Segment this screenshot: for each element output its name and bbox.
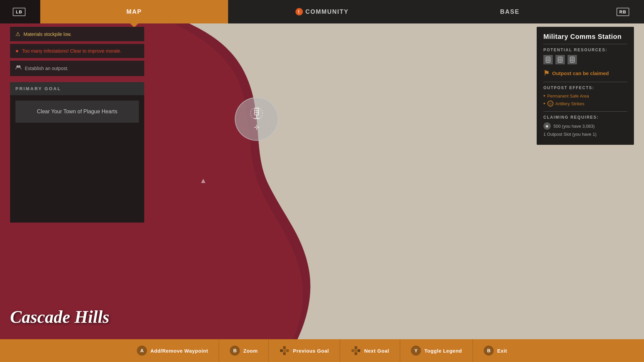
svg-rect-26 <box>355 346 357 349</box>
tab-community[interactable]: ! Community <box>228 0 416 23</box>
dpad-left-icon <box>279 346 289 356</box>
alert-outpost: Establish an outpost. <box>10 61 144 76</box>
goal-card: Clear Your Town of Plague Hearts <box>15 101 139 123</box>
action-zoom[interactable]: B Zoom <box>219 339 269 362</box>
svg-point-8 <box>18 65 20 67</box>
primary-goal-box: Primary Goal Clear Your Town of Plague H… <box>10 82 144 223</box>
panel-title: Military Comms Station <box>543 33 627 41</box>
svg-rect-30 <box>355 349 357 352</box>
outpost-effects-label: Outpost Effects: <box>543 85 627 90</box>
action-waypoint[interactable]: A Add/Remove Waypoint <box>126 339 219 362</box>
require-outpost-slot: 1 Outpost Slot (you have 1) <box>543 132 627 137</box>
svg-rect-27 <box>355 352 357 355</box>
right-panel: Military Comms Station Potential Resourc… <box>537 27 634 145</box>
lb-key: LB <box>13 8 25 16</box>
y-button: Y <box>411 346 421 356</box>
svg-rect-24 <box>286 349 289 352</box>
resource-icon-2 <box>555 55 565 64</box>
rb-key: RB <box>616 8 630 16</box>
panel-divider-3 <box>543 111 627 112</box>
svg-point-7 <box>16 65 18 67</box>
svg-rect-29 <box>358 349 360 352</box>
danger-icon: ● <box>15 48 19 54</box>
effect-safe-area: • Permanent Safe Area <box>543 93 627 99</box>
resource-icon-3 <box>568 55 577 64</box>
b-button-zoom: B <box>230 346 240 356</box>
alert-materials: ⚠ Materials stockpile low. <box>10 27 144 41</box>
a-button: A <box>137 346 147 356</box>
svg-rect-22 <box>283 352 286 355</box>
tower-icon <box>250 107 263 122</box>
player-marker: ▲ <box>200 176 207 185</box>
svg-rect-21 <box>283 346 286 349</box>
top-nav: LB Map ! Community Base RB <box>0 0 644 23</box>
crosshair-icon: ✛ <box>254 123 260 131</box>
lb-button[interactable]: LB <box>0 0 40 23</box>
action-exit[interactable]: B Exit <box>473 339 518 362</box>
effect-artillery: • ⊙ Artillery Strikes <box>543 101 627 107</box>
claim-banner: ⚑ Outpost can be claimed <box>543 69 627 77</box>
bottom-bar: A Add/Remove Waypoint B Zoom Previous Go… <box>0 339 644 362</box>
resource-icon-1 <box>543 55 553 64</box>
flag-icon: ⚑ <box>543 69 549 77</box>
outpost-marker[interactable]: ✛ <box>235 97 278 141</box>
resource-icons <box>543 55 627 64</box>
info-icon <box>15 65 21 72</box>
community-alert-dot: ! <box>296 8 303 15</box>
action-next-goal[interactable]: Next Goal <box>340 339 400 362</box>
rb-button[interactable]: RB <box>604 0 644 23</box>
outpost-effects-list: • Permanent Safe Area • ⊙ Artillery Stri… <box>543 93 627 107</box>
svg-rect-23 <box>280 349 283 352</box>
primary-goal-header: Primary Goal <box>10 82 144 95</box>
claiming-requires-label: Claiming Requires: <box>543 115 627 120</box>
potential-resources-label: Potential Resources: <box>543 48 627 52</box>
warn-icon: ⚠ <box>15 31 20 37</box>
action-prev-goal[interactable]: Previous Goal <box>269 339 340 362</box>
primary-goal-content: Clear Your Town of Plague Hearts <box>10 95 144 223</box>
star-icon: ★ <box>543 122 551 130</box>
tab-map[interactable]: Map <box>40 0 228 23</box>
dpad-right-icon <box>351 346 361 356</box>
b-button-exit: B <box>484 346 494 356</box>
panel-divider-2 <box>543 82 627 82</box>
require-influence: ★ 500 (you have 3,083) <box>543 122 627 130</box>
alert-infestations: ● Too many infestations! Clear to improv… <box>10 44 144 58</box>
left-panel: ⚠ Materials stockpile low. ● Too many in… <box>10 27 144 223</box>
svg-rect-28 <box>352 349 354 352</box>
action-toggle-legend[interactable]: Y Toggle Legend <box>400 339 473 362</box>
artillery-icon: ⊙ <box>547 101 553 107</box>
dot-icon-1: • <box>543 93 545 99</box>
dot-icon-2: • <box>543 101 545 107</box>
tab-base[interactable]: Base <box>416 0 604 23</box>
svg-rect-25 <box>283 349 286 352</box>
svg-rect-1 <box>255 108 259 115</box>
panel-divider <box>543 44 627 44</box>
location-label: Cascade Hills <box>10 307 109 327</box>
